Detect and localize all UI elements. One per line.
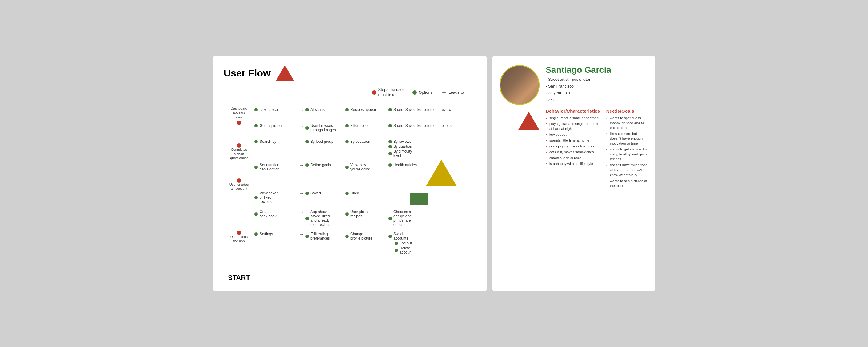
row7-res2: Log out xyxy=(395,241,412,245)
profile-name: Santiago Garcia xyxy=(546,65,648,75)
row7-res2-label: Log out xyxy=(400,241,412,245)
row1-options: Recipes appear xyxy=(345,107,385,112)
flow-row-6: Createcook book → App showssaved, likeda… xyxy=(254,207,476,230)
behavior-item-5: goes jogging every few days xyxy=(546,144,600,149)
behavior-item-1: single, rents a small appartment xyxy=(546,115,600,120)
row4-sub: Define goals xyxy=(305,163,342,167)
flow-row-1: Take a scan → AI scans Recipes appear xyxy=(254,105,476,121)
step-label-opens: User opensthe app xyxy=(230,235,248,243)
profile-detail-2: - San Francisco xyxy=(546,83,648,90)
row1-sub1-label: AI scans xyxy=(310,107,324,112)
row6-results: Chooses adesign andprint/shareoption xyxy=(389,210,411,227)
dot-row4-opt1 xyxy=(345,166,349,169)
flow-left-column: Dashboardappears 〜 Completesa shortquest… xyxy=(224,107,254,282)
behavior-item-2: plays guitar and sings, performs at bars… xyxy=(546,121,600,131)
main-container: User Flow Steps the usermust take Option… xyxy=(213,56,655,291)
row6-label: Createcook book xyxy=(259,210,277,218)
arrow-row5: → xyxy=(299,191,304,196)
row7-sub: Edit eatingpreferances xyxy=(305,232,342,240)
flow-row-4: Set nutritiongaols option → Define goals… xyxy=(254,160,476,188)
row2-results: Share, Save, like, comment options xyxy=(389,124,452,128)
row7-res3: Deleteaccount xyxy=(395,246,412,254)
row5-sub-1: Saved xyxy=(305,191,342,195)
step-dot-4 xyxy=(237,231,241,235)
row2-label: Get inspiration xyxy=(259,124,283,128)
flow-row-3: Search by → By food group By occasion xyxy=(254,137,476,160)
needs-item-1: wants to spend less money on food and to… xyxy=(606,115,648,130)
dot-row6 xyxy=(254,212,258,216)
green-rect-container xyxy=(410,193,429,205)
dot-row7 xyxy=(254,233,258,236)
needs-item-5: wants to see pictures of the food xyxy=(606,178,648,188)
row4-opt1-label: View howyou're doing xyxy=(350,163,370,171)
row7-res1: Switchaccounts xyxy=(389,232,412,240)
row1-main: Take a scan xyxy=(254,107,298,112)
row6-res1-label: Chooses adesign andprint/shareoption xyxy=(394,210,411,227)
profile-detail-3: - 28 years old xyxy=(546,90,648,96)
profile-columns: Behavior/Characteristics single, rents a… xyxy=(546,108,648,192)
row2-res1: Share, Save, like, comment options xyxy=(389,124,452,128)
row6-sub-1: App showssaved, likedand alreadytried re… xyxy=(305,210,342,227)
row7-main: Settings xyxy=(254,232,298,236)
dot-row7-res3 xyxy=(395,249,398,252)
flow-row-5: View savedor likedrecipes → Saved Liked xyxy=(254,188,476,207)
line-3 xyxy=(239,191,239,231)
row3-opt1: By occasion xyxy=(345,139,385,144)
dot-row3 xyxy=(254,140,258,143)
dot-red-legend xyxy=(372,90,376,95)
row1-sub: AI scans xyxy=(305,107,342,112)
row1-res1: Share, Save, like, comment, review xyxy=(389,107,451,112)
legend: Steps the usermust take Options → Leads … xyxy=(224,87,476,98)
profile-info-section: Santiago Garcia - Street artist, music t… xyxy=(546,65,648,282)
row3-label: Search by xyxy=(259,139,276,144)
row2-res1-label: Share, Save, like, comment options xyxy=(394,124,452,128)
behavior-item-4: spends little time at home xyxy=(546,138,600,143)
step-label-creates: User createsan account xyxy=(229,183,249,191)
dot-row3-res3 xyxy=(389,152,392,155)
flow-body: Dashboardappears 〜 Completesa shortquest… xyxy=(224,105,476,282)
row3-res2-label: By duartion xyxy=(394,144,412,149)
row4-results: Health articles xyxy=(389,163,417,167)
dot-row1-sub1 xyxy=(305,108,309,111)
arrow-row2: → xyxy=(299,124,304,128)
row3-sub: By food group xyxy=(305,139,342,144)
row6-res1: Chooses adesign andprint/shareoption xyxy=(389,210,411,227)
profile-details: - Street artist, music tutor - San Franc… xyxy=(546,76,648,103)
behavior-item-6: eats out, makes sandwiches xyxy=(546,149,600,154)
row7-label: Settings xyxy=(259,232,273,236)
arrow-legend: → xyxy=(441,90,446,96)
arrow-row6: → xyxy=(299,210,304,215)
row5-opt1-label: Liked xyxy=(350,191,359,195)
row7-res1-label: Switchaccounts xyxy=(394,232,408,240)
row5-main: View savedor likedrecipes xyxy=(254,191,298,204)
dot-row5 xyxy=(254,196,258,199)
user-flow-title: User Flow xyxy=(224,68,271,79)
dot-row5-opt1 xyxy=(345,192,349,195)
row2-main: Get inspiration xyxy=(254,124,298,128)
row6-sub1-label: App showssaved, likedand alreadytried re… xyxy=(310,210,330,227)
needs-list: wants to spend less money on food and to… xyxy=(606,115,648,188)
profile-detail-4: - 35k xyxy=(546,97,648,103)
dot-row3-opt1 xyxy=(345,140,349,143)
arrow-row1: → xyxy=(299,107,304,112)
arrow-row7: → xyxy=(299,232,304,237)
row3-sub-1: By food group xyxy=(305,139,342,144)
row7-sub1-label: Edit eatingpreferances xyxy=(310,232,330,240)
legend-steps-label: Steps the usermust take xyxy=(378,87,404,98)
flow-row-7: Settings → Edit eatingpreferances Change… xyxy=(254,230,476,257)
needs-col: Needs/Goals wants to spend less money on… xyxy=(606,108,648,192)
dot-row7-sub1 xyxy=(305,235,309,238)
legend-options-label: Options xyxy=(418,90,432,95)
row6-opt1-label: User picksrecipes xyxy=(350,210,368,218)
dot-row3-res1 xyxy=(389,140,392,143)
dot-row1 xyxy=(254,108,258,111)
row6-sub: App showssaved, likedand alreadytried re… xyxy=(305,210,342,227)
row7-res3-label: Deleteaccount xyxy=(400,246,412,254)
step-label-dashboard: Dashboardappears xyxy=(231,107,247,114)
row5-opt1: Liked xyxy=(345,191,385,195)
row7-results: Switchaccounts Log out Deleteaccount xyxy=(389,232,412,254)
row3-res3: By difficultylevel xyxy=(389,149,412,158)
legend-options: Options xyxy=(412,90,432,95)
dot-row4-sub1 xyxy=(305,163,309,167)
profile-triangle xyxy=(518,112,539,130)
